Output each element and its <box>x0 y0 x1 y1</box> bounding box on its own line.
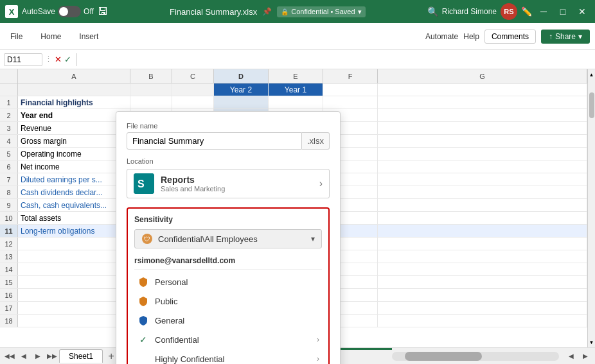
tab-automate[interactable]: Automate <box>425 32 458 41</box>
sharepoint-logo-svg: S <box>134 173 154 194</box>
cell-reference-input[interactable] <box>4 53 42 66</box>
file-name-row: .xlsx <box>127 132 330 150</box>
cell-6-a[interactable]: Net income <box>18 160 130 173</box>
col-header-e[interactable]: E <box>269 69 323 83</box>
svg-text:🛡: 🛡 <box>144 236 150 243</box>
file-name-label: File name <box>127 122 330 130</box>
cell-0-g[interactable] <box>378 83 587 96</box>
cell-0-b[interactable] <box>130 83 172 96</box>
cell-10-g[interactable] <box>378 212 587 224</box>
location-expand-icon[interactable]: › <box>319 178 323 189</box>
svg-text:S: S <box>138 178 145 189</box>
cell-7-g[interactable] <box>378 173 587 186</box>
cell-5-a[interactable]: Operating income <box>18 148 130 160</box>
cell-1-d[interactable] <box>214 96 269 108</box>
cell-9-g[interactable] <box>378 199 587 211</box>
highly-confidential-placeholder-icon <box>137 352 150 364</box>
cell-year2[interactable]: Year 2 <box>214 83 269 96</box>
cell-1-g[interactable] <box>378 96 587 108</box>
cell-0-f[interactable] <box>323 83 378 96</box>
minimize-button[interactable]: ─ <box>536 4 551 19</box>
cell-4-a[interactable]: Gross margin <box>18 135 130 147</box>
file-name-input[interactable] <box>127 132 302 150</box>
tab-help[interactable]: Help <box>463 32 479 41</box>
cell-1-a[interactable]: Financial highlights <box>18 96 130 108</box>
col-header-f[interactable]: F <box>323 69 378 83</box>
col-header-a[interactable]: A <box>18 69 130 83</box>
scroll-track[interactable] <box>588 80 595 337</box>
cell-11-a[interactable]: Long-term obligations <box>18 225 130 237</box>
sensitivity-item-confidential[interactable]: ✓ Confidential › <box>134 330 322 349</box>
confirm-formula-icon[interactable]: ✓ <box>64 55 71 64</box>
sensitivity-item-highly-confidential[interactable]: Highly Confidential › <box>134 349 322 364</box>
tab-home[interactable]: Home <box>35 30 66 44</box>
sheet-nav-left[interactable]: ◀ <box>17 349 31 363</box>
col-header-g[interactable]: G <box>378 69 587 83</box>
scroll-thumb[interactable] <box>589 92 594 118</box>
close-button[interactable]: ✕ <box>574 4 590 19</box>
confidential-shield-icon: 🛡 <box>141 233 153 245</box>
comments-button[interactable]: Comments <box>484 30 536 44</box>
cell-1-b[interactable] <box>130 96 172 108</box>
vertical-scrollbar[interactable]: ▲ ▼ <box>587 69 595 347</box>
share-arrow: ▾ <box>578 32 582 41</box>
confidential-label: Confidential • Saved <box>291 8 355 15</box>
cell-7-a[interactable]: Diluted earnings per s... <box>18 173 130 186</box>
cell-11-g[interactable] <box>378 225 587 237</box>
cell-5-g[interactable] <box>378 148 587 160</box>
scroll-up-button[interactable]: ▲ <box>588 69 595 80</box>
cell-4-g[interactable] <box>378 135 587 147</box>
lock-icon: 🔒 <box>281 8 289 15</box>
cell-year1[interactable]: Year 1 <box>269 83 323 96</box>
scroll-left-button[interactable]: ◀ <box>564 349 578 363</box>
horizontal-scrollbar[interactable] <box>392 352 559 361</box>
public-shield-icon <box>137 295 150 308</box>
tab-insert[interactable]: Insert <box>74 30 103 44</box>
user-avatar[interactable]: RS <box>501 3 517 20</box>
location-row[interactable]: S Reports Sales and Marketing › <box>127 169 330 198</box>
col-header-c[interactable]: C <box>172 69 214 83</box>
formula-input[interactable] <box>82 54 591 65</box>
scroll-right-button[interactable]: ▶ <box>578 349 592 363</box>
sheet-nav-left-left[interactable]: ◀◀ <box>3 349 17 363</box>
sheet-nav-right[interactable]: ▶ <box>31 349 45 363</box>
cell-8-a[interactable]: Cash dividends declar... <box>18 186 130 198</box>
edit-icon[interactable]: ✏️ <box>521 6 532 17</box>
saved-dropdown-arrow[interactable]: ▾ <box>358 8 362 16</box>
cell-0-c[interactable] <box>172 83 214 96</box>
sheet-tab-sheet1[interactable]: Sheet1 <box>59 349 103 363</box>
cell-2-a[interactable]: Year end <box>18 109 130 121</box>
highly-confidential-label: Highly Confidential <box>155 354 224 364</box>
expand-icon[interactable]: ⋮ <box>45 55 52 64</box>
cell-1-c[interactable] <box>172 96 214 108</box>
sensitivity-item-personal[interactable]: Personal <box>134 272 322 291</box>
sheet-nav-right-right[interactable]: ▶▶ <box>45 349 59 363</box>
share-button[interactable]: ↑ Share ▾ <box>541 30 590 44</box>
cell-1-f[interactable] <box>323 96 378 108</box>
scroll-down-button[interactable]: ▼ <box>588 337 595 347</box>
location-name: Reports <box>161 175 319 185</box>
cell-2-g[interactable] <box>378 109 587 121</box>
file-name-title: Financial Summary.xlsx <box>170 7 257 17</box>
cell-8-g[interactable] <box>378 186 587 198</box>
col-header-d[interactable]: D <box>214 69 269 83</box>
row-num-8: 8 <box>0 186 18 198</box>
tab-file[interactable]: File <box>5 30 28 44</box>
cell-3-a[interactable]: Revenue <box>18 122 130 134</box>
cell-6-g[interactable] <box>378 160 587 173</box>
cell-3-g[interactable] <box>378 122 587 134</box>
cancel-formula-icon[interactable]: ✕ <box>55 55 62 64</box>
cell-9-a[interactable]: Cash, cash equivalents... <box>18 199 130 211</box>
maximize-button[interactable]: □ <box>555 4 571 19</box>
search-icon[interactable]: 🔍 <box>427 6 438 17</box>
horizontal-scroll-thumb[interactable] <box>405 352 482 361</box>
sensitivity-dropdown[interactable]: 🛡 Confidential\All Employees ▾ <box>134 229 322 248</box>
row-num-13: 13 <box>0 250 18 263</box>
sensitivity-item-public[interactable]: Public <box>134 291 322 311</box>
sensitivity-item-general[interactable]: General <box>134 311 322 330</box>
col-header-b[interactable]: B <box>130 69 172 83</box>
cell-10-a[interactable]: Total assets <box>18 212 130 224</box>
autosave-toggle[interactable] <box>58 6 81 17</box>
cell-1-e[interactable] <box>269 96 323 108</box>
cell-0-a[interactable] <box>18 83 130 96</box>
